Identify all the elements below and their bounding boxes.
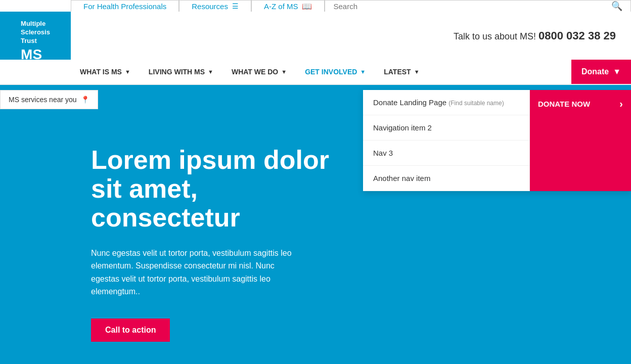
search-input[interactable]	[333, 2, 607, 11]
chevron-down-icon: ▼	[360, 69, 366, 75]
donate-label: Donate	[581, 67, 609, 76]
phone-area: Talk to us about MS! 0800 032 38 29	[454, 29, 631, 42]
search-button[interactable]: 🔍	[611, 1, 622, 12]
chevron-down-icon: ▼	[125, 69, 130, 75]
chevron-down-icon: ▼	[613, 67, 621, 76]
page-body: Lorem ipsum dolor sit amet, consectetur …	[0, 85, 631, 364]
services-bar: MS services near you 📍	[0, 90, 98, 109]
nav-item-living-with-ms[interactable]: LIVING WITH MS ▼	[140, 60, 222, 84]
nav-item-what-is-ms[interactable]: WHAT IS MS ▼	[71, 60, 140, 84]
dropdown-item-1-label: Donate Landing Page	[373, 98, 446, 107]
book-icon: 📖	[302, 2, 312, 11]
a-to-z-label: A-Z of MS	[264, 2, 298, 11]
dropdown-item-3[interactable]: Nav 3	[363, 141, 529, 166]
nav-label-get-involved: GET INVOLVED	[305, 68, 357, 76]
a-to-z-link[interactable]: A-Z of MS 📖	[251, 0, 325, 12]
search-icon: 🔍	[611, 1, 622, 11]
health-professionals-label: For Health Professionals	[83, 2, 166, 11]
chevron-down-icon: ▼	[414, 69, 420, 75]
location-icon: 📍	[81, 96, 89, 104]
dropdown-item-2-label: Navigation item 2	[373, 123, 432, 132]
nav-label-latest: LATEST	[384, 68, 411, 76]
donate-now-button[interactable]: DONATE NOW ›	[538, 98, 623, 110]
phone-number: 0800 032 38 29	[538, 29, 616, 42]
ms-services-button[interactable]: MS services near you 📍	[0, 90, 98, 109]
nav-donate-button[interactable]: Donate ▼	[571, 60, 631, 84]
list-icon: ☰	[232, 2, 239, 10]
nav-label-what-we-do: WHAT WE DO	[232, 68, 278, 76]
dropdown-item-4[interactable]: Another nav item	[363, 166, 529, 191]
header: Multiple Sclerosis Trust MS Talk to us a…	[0, 12, 631, 60]
dropdown-item-4-label: Another nav item	[373, 174, 430, 183]
cta-button[interactable]: Call to action	[91, 318, 170, 342]
dropdown-item-1[interactable]: Donate Landing Page (Find suitable name)	[363, 90, 529, 115]
hero-body: Nunc egestas velit ut tortor porta, vest…	[91, 247, 303, 298]
nav-item-get-involved[interactable]: GET INVOLVED ▼	[296, 60, 375, 84]
dropdown-item-1-sublabel: (Find suitable name)	[448, 100, 504, 107]
nav-item-latest[interactable]: LATEST ▼	[375, 60, 428, 84]
health-professionals-link[interactable]: For Health Professionals	[71, 0, 179, 12]
main-nav: WHAT IS MS ▼ LIVING WITH MS ▼ WHAT WE DO…	[0, 60, 631, 85]
dropdown-item-3-label: Nav 3	[373, 149, 393, 157]
dropdown-items: Donate Landing Page (Find suitable name)…	[363, 90, 530, 191]
resources-link[interactable]: Resources ☰	[179, 0, 251, 12]
arrow-right-icon: ›	[619, 98, 623, 110]
ms-services-label: MS services near you	[9, 96, 77, 104]
donate-now-label: DONATE NOW	[538, 100, 590, 108]
nav-item-what-we-do[interactable]: WHAT WE DO ▼	[222, 60, 296, 84]
dropdown-item-2[interactable]: Navigation item 2	[363, 115, 529, 141]
nav-label-living-with-ms: LIVING WITH MS	[149, 68, 205, 76]
dropdown-donate-panel: DONATE NOW ›	[530, 90, 631, 191]
search-bar: 🔍	[325, 0, 631, 12]
chevron-down-icon: ▼	[208, 69, 213, 75]
nav-label-what-is-ms: WHAT IS MS	[80, 68, 122, 76]
resources-label: Resources	[192, 2, 228, 11]
dropdown-menu: Donate Landing Page (Find suitable name)…	[363, 90, 631, 191]
phone-label: Talk to us about MS!	[454, 31, 536, 41]
hero-title: Lorem ipsum dolor sit amet, consectetur	[91, 146, 344, 233]
chevron-down-icon: ▼	[281, 69, 287, 75]
